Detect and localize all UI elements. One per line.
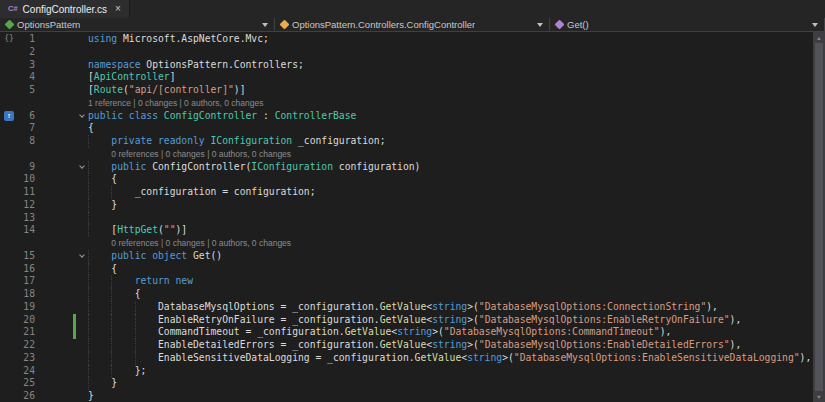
code-text: _configuration = configuration;	[88, 186, 813, 199]
indent-guide	[88, 135, 111, 148]
indent-guide	[135, 339, 158, 352]
code-line: 13	[0, 212, 813, 225]
indent-guide	[88, 314, 111, 327]
code-line: 20EnableRetryOnFailure = _configuration.…	[0, 314, 813, 327]
selection-margin	[38, 186, 72, 199]
glyph-margin	[0, 199, 18, 212]
code-editor-window: C# ConfigController.cs × OptionsPattern …	[0, 0, 825, 402]
indent-guide	[88, 326, 111, 339]
csharp-file-icon: C#	[8, 5, 18, 13]
code-text: CommandTimeout = _configuration.GetValue…	[88, 326, 813, 339]
selection-margin	[38, 84, 72, 97]
scroll-up-icon[interactable]: ▴	[813, 32, 825, 43]
indent-guide	[135, 301, 158, 314]
vertical-scrollbar[interactable]: ▴ ▾	[813, 32, 825, 402]
tab-configcontroller[interactable]: C# ConfigController.cs ×	[0, 0, 130, 18]
fold-margin	[79, 97, 88, 110]
change-margin	[72, 161, 79, 174]
fold-margin	[79, 186, 88, 199]
code-line: 25}	[0, 377, 813, 390]
glyph-margin	[0, 71, 18, 84]
codelens-text[interactable]: 1 reference | 0 changes | 0 authors, 0 c…	[88, 97, 263, 110]
code-text: private readonly IConfiguration _configu…	[88, 135, 813, 148]
code-line: {}1using Microsoft.AspNetCore.Mvc;	[0, 33, 813, 46]
change-margin	[72, 199, 79, 212]
selection-margin	[38, 301, 72, 314]
selection-margin	[38, 352, 72, 365]
line-number: 6	[18, 110, 38, 123]
selection-margin	[38, 97, 72, 110]
member-dropdown[interactable]: Get()	[550, 18, 825, 31]
fold-margin	[79, 110, 88, 123]
code-text: {	[88, 288, 813, 301]
code-text: public class ConfigController : Controll…	[88, 110, 813, 123]
project-icon	[5, 20, 15, 30]
class-icon	[280, 20, 290, 30]
fold-chevron-icon[interactable]	[79, 252, 85, 258]
scroll-down-icon[interactable]: ▾	[813, 391, 825, 402]
change-margin	[72, 339, 79, 352]
line-number: 12	[18, 199, 38, 212]
close-icon[interactable]: ×	[115, 4, 121, 14]
code-line: 7{	[0, 122, 813, 135]
fold-chevron-icon[interactable]	[79, 112, 85, 118]
glyph-margin	[0, 326, 18, 339]
change-margin	[72, 186, 79, 199]
code-text: }	[88, 199, 813, 212]
type-dropdown[interactable]: OptionsPattern.Controllers.ConfigControl…	[275, 18, 550, 31]
glyph-margin	[0, 173, 18, 186]
code-line: 5[Route("api/[controller]")]	[0, 84, 813, 97]
selection-margin	[38, 135, 72, 148]
glyph-margin	[0, 390, 18, 402]
change-bar	[73, 314, 76, 327]
change-margin	[72, 326, 79, 339]
selection-margin	[38, 339, 72, 352]
braces-margin-icon: {}	[0, 33, 18, 46]
change-margin	[72, 301, 79, 314]
code-text: DatabaseMysqlOptions = _configuration.Ge…	[88, 301, 813, 314]
code-editor[interactable]: {}1using Microsoft.AspNetCore.Mvc;23name…	[0, 32, 813, 402]
code-rows: {}1using Microsoft.AspNetCore.Mvc;23name…	[0, 33, 813, 402]
code-text: return new	[88, 275, 813, 288]
code-line: 15public object Get()	[0, 250, 813, 263]
selection-margin	[38, 33, 72, 46]
codelens-text[interactable]: 0 references | 0 changes | 0 authors, 0 …	[111, 148, 291, 161]
selection-margin	[38, 122, 72, 135]
fold-chevron-icon[interactable]	[79, 163, 85, 169]
fold-margin	[79, 122, 88, 135]
glyph-margin	[0, 314, 18, 327]
line-number: 22	[18, 339, 38, 352]
code-text: namespace OptionsPattern.Controllers;	[88, 59, 813, 72]
fold-margin	[79, 377, 88, 390]
change-margin	[72, 288, 79, 301]
code-text: [Route("api/[controller]")]	[88, 84, 813, 97]
line-number: 16	[18, 263, 38, 276]
selection-margin	[38, 263, 72, 276]
glyph-margin	[0, 186, 18, 199]
line-number	[18, 97, 38, 110]
inheritance-margin-icon[interactable]: ↑	[4, 111, 14, 121]
fold-margin	[79, 314, 88, 327]
selection-margin	[38, 365, 72, 378]
codelens-text[interactable]: 0 references | 0 changes | 0 authors, 0 …	[111, 237, 291, 250]
fold-margin	[79, 275, 88, 288]
indent-guide	[88, 212, 111, 225]
code-text: public object Get()	[88, 250, 813, 263]
code-line: 21CommandTimeout = _configuration.GetVal…	[0, 326, 813, 339]
fold-margin	[79, 352, 88, 365]
code-text	[88, 212, 813, 225]
scrollbar-thumb[interactable]	[815, 43, 823, 391]
indent-guide	[111, 365, 134, 378]
fold-margin	[79, 173, 88, 186]
line-number: 13	[18, 212, 38, 225]
change-margin	[72, 59, 79, 72]
line-number: 9	[18, 161, 38, 174]
codelens-content: 1 reference | 0 changes | 0 authors, 0 c…	[88, 97, 813, 110]
project-dropdown[interactable]: OptionsPattern	[0, 18, 275, 31]
glyph-margin	[0, 275, 18, 288]
indent-guide	[111, 314, 134, 327]
codelens-row: 0 references | 0 changes | 0 authors, 0 …	[0, 237, 813, 250]
glyph-margin	[0, 135, 18, 148]
change-margin	[72, 377, 79, 390]
fold-margin	[79, 365, 88, 378]
